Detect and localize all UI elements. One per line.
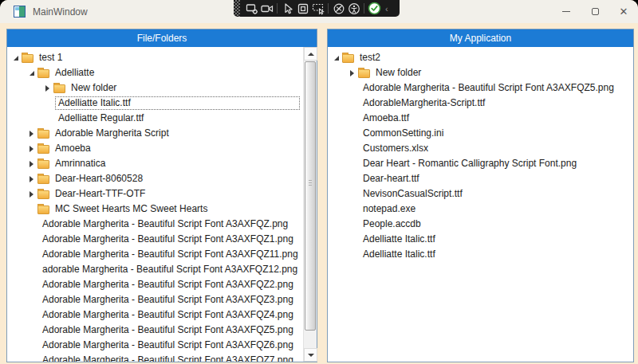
video-camera-button[interactable] bbox=[259, 1, 274, 16]
minimize-icon bbox=[562, 11, 570, 12]
tree-file-label: Adorable Margherita - Beautiful Script F… bbox=[39, 323, 297, 337]
tree-folder-label: test2 bbox=[356, 51, 384, 65]
tree-row[interactable]: CommonSetting.ini bbox=[328, 126, 633, 141]
folder-icon bbox=[37, 190, 49, 199]
tree-file-label: Adorable Margherita - Beautiful Script F… bbox=[39, 354, 297, 362]
tree-row[interactable]: Dear Heart - Romantic Calligraphy Script… bbox=[328, 156, 633, 171]
slashed-circle-button[interactable] bbox=[331, 1, 346, 16]
folder-icon bbox=[37, 69, 49, 78]
tree-row[interactable]: Adelliatte Italic.ttf bbox=[328, 232, 633, 247]
slashed-circle-icon bbox=[333, 2, 345, 15]
expander-collapsed-icon[interactable] bbox=[30, 176, 37, 182]
tree-row[interactable]: Adorable Margherita - Beautiful Script F… bbox=[7, 217, 303, 232]
expander-collapsed-icon[interactable] bbox=[45, 85, 53, 92]
file-folders-tree: test 1AdelliatteNew folderAdelliatte Ita… bbox=[7, 47, 303, 362]
tree-row[interactable]: NevisonCasualScript.ttf bbox=[328, 186, 633, 202]
folder-icon bbox=[22, 54, 33, 63]
tree-row[interactable]: test 1 bbox=[7, 50, 303, 65]
collapse-chevron-icon[interactable]: ‹ bbox=[385, 4, 388, 14]
tree-file-label: Amoeba.ttf bbox=[360, 112, 412, 125]
tree-row[interactable]: AdorableMargherita-Script.ttf bbox=[328, 96, 633, 111]
minimize-button[interactable] bbox=[552, 0, 581, 23]
tree-row[interactable]: Adorable Margherita - Beautiful Script F… bbox=[7, 232, 303, 247]
screen-settings-button[interactable] bbox=[244, 1, 259, 16]
tree-row[interactable]: MC Sweet Hearts MC Sweet Hearts bbox=[7, 202, 303, 217]
tree-row[interactable]: Adelliatte bbox=[7, 65, 303, 80]
tree-folder-label: Dear-Heart-8060528 bbox=[52, 172, 146, 186]
tree-folder-label: test 1 bbox=[36, 51, 65, 65]
file-folders-header: File/Folders bbox=[7, 29, 317, 47]
accessibility-icon bbox=[348, 2, 360, 15]
tree-row[interactable]: Adorable Margherita - Beautiful Script F… bbox=[328, 80, 633, 96]
tree-file-label: Adelliatte Italic.ttf bbox=[360, 248, 439, 261]
expander-collapsed-icon[interactable] bbox=[350, 70, 358, 76]
tree-row[interactable]: Adorable Margherita - Beautiful Script F… bbox=[7, 247, 303, 262]
close-button[interactable]: ✕ bbox=[609, 0, 638, 23]
tree-row[interactable]: Customers.xlsx bbox=[328, 141, 633, 156]
tree-row[interactable]: People.accdb bbox=[328, 217, 633, 232]
lasso-select-button[interactable] bbox=[310, 1, 325, 16]
cursor-button[interactable] bbox=[280, 1, 295, 16]
tree-row[interactable]: Dear-Heart-8060528 bbox=[7, 171, 303, 186]
tree-row[interactable]: notepad.exe bbox=[328, 202, 633, 217]
tree-row[interactable]: Dear-heart.ttf bbox=[328, 171, 633, 186]
tree-file-label: Adorable Margherita - Beautiful Script F… bbox=[39, 278, 297, 292]
tree-folder-label: Amoeba bbox=[52, 142, 94, 155]
tree-row[interactable]: Amrinnatica bbox=[7, 156, 303, 171]
accessibility-button[interactable] bbox=[346, 1, 361, 16]
folder-icon bbox=[53, 84, 65, 93]
expander-collapsed-icon[interactable] bbox=[30, 161, 37, 167]
expander-expanded-icon[interactable] bbox=[30, 71, 37, 76]
expander-collapsed-icon[interactable] bbox=[30, 191, 37, 198]
tree-row[interactable]: Adorable Margherita - Beautiful Script F… bbox=[7, 307, 303, 323]
tree-file-label: Adelliatte Italic.ttf bbox=[360, 233, 439, 246]
tree-row[interactable]: Adelliatte Italic.ttf bbox=[328, 247, 633, 262]
scroll-up-icon bbox=[308, 53, 314, 56]
tree-row[interactable]: Adorable Margherita - Beautiful Script F… bbox=[7, 338, 303, 353]
tree-row[interactable]: Adorable Margherita - Beautiful Script F… bbox=[7, 323, 303, 338]
tree-row[interactable]: New folder bbox=[7, 80, 303, 96]
maximize-button[interactable] bbox=[581, 0, 609, 23]
frame-button[interactable] bbox=[295, 1, 310, 16]
tree-row[interactable]: Adorable Margherita - Beautiful Script F… bbox=[7, 353, 303, 362]
tree-file-label: Adorable Margherita - Beautiful Script F… bbox=[39, 339, 297, 352]
tree-row[interactable]: Adelliatte Regular.ttf bbox=[7, 111, 303, 126]
folder-icon bbox=[37, 175, 49, 184]
scroll-down-icon bbox=[308, 354, 314, 357]
tree-row[interactable]: New folder bbox=[328, 65, 633, 80]
vertical-scrollbar[interactable] bbox=[303, 47, 317, 362]
success-check-button[interactable] bbox=[367, 1, 382, 16]
tree-row[interactable]: adorable Margherita - Beautiful Script F… bbox=[7, 262, 303, 277]
toolbar-separator bbox=[328, 3, 329, 14]
tree-row[interactable]: Adorable Margherita - Beautiful Script F… bbox=[7, 277, 303, 292]
tree-file-label: Customers.xlsx bbox=[360, 142, 431, 155]
scrollbar-thumb[interactable] bbox=[305, 61, 316, 331]
cursor-icon bbox=[282, 2, 294, 15]
tree-row[interactable]: Adorable Margherita - Beautiful Script F… bbox=[7, 292, 303, 307]
expander-collapsed-icon[interactable] bbox=[30, 131, 37, 137]
tree-file-label: Adorable Margherita - Beautiful Script F… bbox=[39, 233, 297, 246]
expander-expanded-icon[interactable] bbox=[14, 56, 22, 61]
tree-row[interactable]: Amoeba.ttf bbox=[328, 111, 633, 126]
frame-icon bbox=[297, 2, 309, 15]
tree-row[interactable]: Adorable Margherita Script bbox=[7, 126, 303, 141]
expander-collapsed-icon[interactable] bbox=[30, 146, 37, 152]
scroll-down-button[interactable] bbox=[304, 348, 317, 362]
file-folders-panel: File/Folders test 1AdelliatteNew folderA… bbox=[6, 29, 317, 362]
my-application-tree: test2New folderAdorable Margherita - Bea… bbox=[328, 47, 633, 262]
tree-file-label: Adorable Margherita - Beautiful Script F… bbox=[39, 217, 291, 231]
tree-row[interactable]: Dear-Heart-TTF-OTF bbox=[7, 186, 303, 202]
expander-expanded-icon[interactable] bbox=[334, 56, 342, 61]
main-window: MainWindow ✕ bbox=[0, 0, 638, 364]
tree-file-label: Dear-heart.ttf bbox=[360, 172, 423, 186]
window-controls: ✕ bbox=[552, 0, 638, 23]
drag-handle[interactable] bbox=[234, 0, 240, 17]
tree-file-label: Adorable Margherita - Beautiful Script F… bbox=[39, 293, 297, 307]
tree-file-label: Dear Heart - Romantic Calligraphy Script… bbox=[360, 157, 580, 170]
tree-row[interactable]: test2 bbox=[328, 50, 633, 65]
tree-row[interactable]: Amoeba bbox=[7, 141, 303, 156]
tree-folder-label: Adorable Margherita Script bbox=[52, 127, 172, 140]
scroll-up-button[interactable] bbox=[304, 47, 317, 61]
tree-row[interactable]: Adelliatte Italic.ttf bbox=[7, 96, 303, 111]
tree-file-label: CommonSetting.ini bbox=[360, 127, 447, 140]
